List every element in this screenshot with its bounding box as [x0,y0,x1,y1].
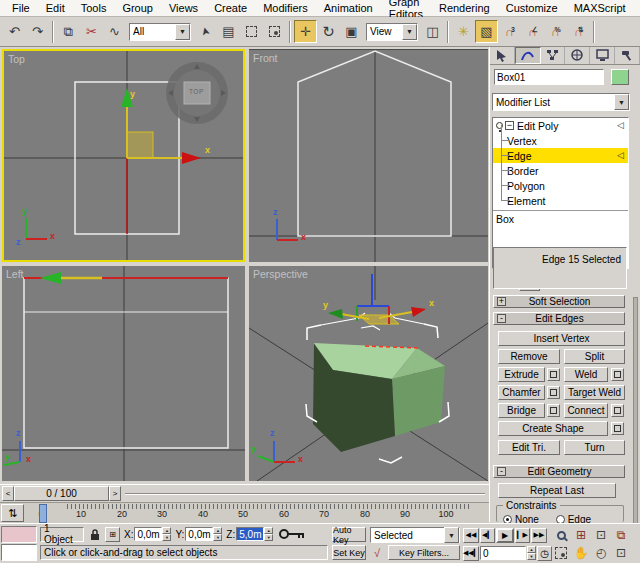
weld-settings-icon[interactable] [611,368,624,381]
create-shape-button[interactable]: Create Shape [498,421,608,436]
absolute-mode-transform-icon[interactable]: ⊞ [105,527,120,542]
zoom-extents-all-icon[interactable]: ⧉ [613,528,629,543]
sub-level-polygon[interactable]: Polygon [493,178,628,193]
menu-create[interactable]: Create [206,1,255,15]
bridge-settings-icon[interactable] [547,404,560,417]
sub-level-border[interactable]: Border [493,163,628,178]
viewport-front-label[interactable]: Front [253,52,278,64]
turn-button[interactable]: Turn [564,440,625,455]
extrude-button[interactable]: Extrude [498,367,545,382]
remove-button[interactable]: Remove [498,349,560,364]
select-and-manipulate-icon[interactable]: ✳ [452,20,475,43]
menu-tools[interactable]: Tools [73,1,115,15]
dropdown-arrow-icon[interactable]: ▼ [614,94,629,110]
dropdown-arrow-icon[interactable]: ▼ [175,24,190,40]
bind-to-space-warp-icon[interactable]: ∿ [103,20,126,43]
current-frame-marker[interactable] [39,504,47,523]
repeat-last-button[interactable]: Repeat Last [498,483,616,498]
viewport-perspective[interactable]: Perspective y x z y x [249,266,488,481]
pan-hand-icon[interactable]: ✋ [573,546,589,561]
menu-animation[interactable]: Animation [316,1,381,15]
sub-level-label[interactable]: Element [507,195,546,207]
select-object-icon[interactable]: ➤ [191,17,219,45]
selection-filter-dropdown[interactable]: All ▼ [129,23,191,41]
default-in-out-tangents-icon[interactable]: √ [370,545,384,560]
zoom-all-icon[interactable]: ⊞ [573,528,589,543]
modifier-list-dropdown[interactable]: Modifier List ▼ [492,93,630,111]
sub-level-edge[interactable]: Edge◁ [493,148,628,163]
zoom-region-icon[interactable] [553,546,569,561]
zoom-icon[interactable] [553,528,569,543]
menu-customize[interactable]: Customize [498,1,566,15]
current-frame-field[interactable]: 0 [480,546,526,560]
menu-maxscript[interactable]: MAXScript [566,1,634,15]
next-frame-arrow[interactable]: > [109,486,121,501]
snap-3d-magnet-icon[interactable]: ∩3 [498,20,521,43]
frame-spinner[interactable]: ▲▼ [527,546,536,560]
maximize-viewport-toggle-icon[interactable]: ⊡ [613,546,629,561]
target-weld-button[interactable]: Target Weld [564,385,625,400]
next-frame-icon[interactable]: ▎▶ [515,528,530,543]
bridge-button[interactable]: Bridge [498,403,545,418]
menu-views[interactable]: Views [161,1,206,15]
sub-level-label[interactable]: Border [507,165,539,177]
spinner-snap-toggle-icon[interactable]: ∩⇅ [567,20,590,43]
coord-x-spinner[interactable]: ▲▼ [162,527,171,541]
coord-z-spinner[interactable]: ▲▼ [264,527,273,541]
connect-settings-icon[interactable] [611,404,624,417]
rectangular-selection-region-icon[interactable] [240,20,263,43]
undo-icon[interactable]: ↶ [3,20,26,43]
viewport-top-canvas[interactable] [4,51,243,260]
viewport-perspective-canvas[interactable] [249,266,488,481]
chamfer-button[interactable]: Chamfer [498,385,545,400]
coord-x-field[interactable]: 0,0m [134,527,162,541]
rollout-title[interactable]: Edit Edges [509,313,610,324]
time-configuration-icon[interactable]: ◷ [537,546,552,561]
auto-key-button[interactable]: Auto Key [332,527,366,542]
create-shape-settings-icon[interactable] [611,422,624,435]
menu-file[interactable]: File [4,1,38,15]
snaps-toggle-3d-icon[interactable]: ▧ [475,20,498,43]
object-name-field[interactable] [494,69,604,85]
object-color-swatch[interactable] [611,69,629,85]
key-filters-button[interactable]: Key Filters... [388,545,460,560]
dropdown-arrow-icon[interactable]: ▼ [444,527,459,543]
play-button-icon[interactable]: ▶ [496,528,514,543]
connect-button[interactable]: Connect [564,403,608,418]
viewport-left-canvas[interactable] [2,266,245,481]
menu-rendering[interactable]: Rendering [431,1,498,15]
open-mini-curve-editor-icon[interactable]: ⇅ [1,504,24,522]
maxscript-mini-listener-pink[interactable] [1,526,37,543]
select-and-link-icon[interactable]: ⧉ [57,20,80,43]
rollout-collapse-icon[interactable]: - [497,314,506,323]
chamfer-settings-icon[interactable] [547,386,560,399]
viewport-perspective-label[interactable]: Perspective [253,268,308,280]
menu-modifiers[interactable]: Modifiers [255,1,316,15]
previous-frame-icon[interactable]: ◀▎ [480,528,495,543]
base-object-row[interactable]: Box [493,211,628,226]
sub-level-label[interactable]: Edge [507,150,532,162]
display-tab-icon[interactable] [590,47,615,64]
previous-frame-arrow[interactable]: < [2,486,14,501]
select-by-name-icon[interactable]: ▤ [217,20,240,43]
maxscript-mini-listener-white[interactable] [1,544,37,561]
select-and-rotate-icon[interactable]: ↻ [317,20,340,43]
set-key-button[interactable]: Set Key [332,545,366,560]
arc-rotate-icon[interactable]: ◴ [593,546,609,561]
reference-coordinate-system-dropdown[interactable]: View ▼ [366,23,418,41]
angle-snap-toggle-icon[interactable]: ∩∠ [521,20,544,43]
time-slider-track[interactable] [125,493,485,495]
track-bar-ruler[interactable]: 0 10 20 30 40 50 60 70 80 90 100 [26,503,482,523]
viewport-left[interactable]: Left z y x [2,266,245,481]
utilities-tab-icon[interactable] [615,47,640,64]
view-compass[interactable]: TOP [189,88,204,95]
rollout-expand-icon[interactable]: + [497,297,506,306]
menu-help[interactable]: Help [634,1,640,15]
use-pivot-point-center-icon[interactable]: ◫ [421,20,444,43]
go-to-start-icon[interactable]: ◀◀ [463,528,479,543]
selection-lock-icon[interactable] [87,527,102,542]
rollout-soft-selection[interactable]: + Soft Selection [493,295,625,308]
viewport-left-label[interactable]: Left [6,268,24,280]
hierarchy-tab-icon[interactable] [541,47,566,64]
viewport-top[interactable]: Top TOP y x y x z [2,49,245,262]
